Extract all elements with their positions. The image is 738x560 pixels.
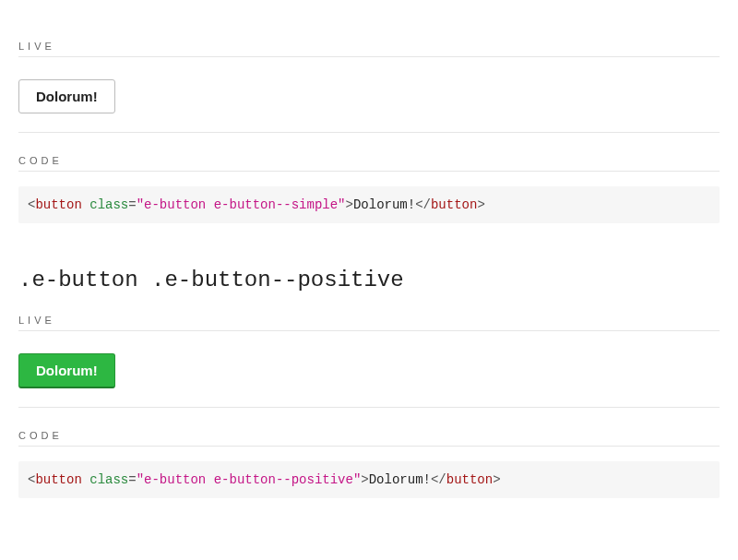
code-token: > <box>477 197 484 212</box>
code-token: </ <box>431 472 446 487</box>
code-block-positive: <button class="e-button e-button--positi… <box>18 461 720 498</box>
code-token: button <box>431 197 477 212</box>
code-token: " <box>137 472 144 487</box>
code-token: class <box>89 472 128 487</box>
code-token: " <box>338 197 345 212</box>
code-block-simple: <button class="e-button e-button--simple… <box>18 186 720 223</box>
code-token: button <box>35 472 81 487</box>
code-token: class <box>89 197 128 212</box>
example-button-simple[interactable]: Dolorum! <box>18 79 115 113</box>
code-token: e-button e-button--simple <box>144 197 338 212</box>
code-token: > <box>361 472 368 487</box>
code-token <box>82 472 89 487</box>
code-token <box>82 197 89 212</box>
code-token: Dolorum! <box>369 472 431 487</box>
code-token: > <box>493 472 500 487</box>
code-label: CODE <box>18 155 720 172</box>
code-token: = <box>128 197 136 212</box>
code-token: " <box>137 197 144 212</box>
live-label: LIVE <box>18 41 720 57</box>
live-area-simple: Dolorum! <box>18 72 720 133</box>
example-button-positive[interactable]: Dolorum! <box>18 353 115 388</box>
live-area-positive: Dolorum! <box>18 346 720 408</box>
code-token: = <box>128 472 136 487</box>
code-token: e-button e-button--positive <box>144 472 353 487</box>
code-token: > <box>346 197 353 212</box>
code-token: button <box>35 197 81 212</box>
code-token: Dolorum! <box>353 197 415 212</box>
code-label: CODE <box>18 430 720 447</box>
code-token: </ <box>415 197 431 212</box>
live-label: LIVE <box>18 315 720 331</box>
class-heading-positive: .e-button .e-button--positive <box>18 268 720 292</box>
code-token: button <box>446 472 493 487</box>
